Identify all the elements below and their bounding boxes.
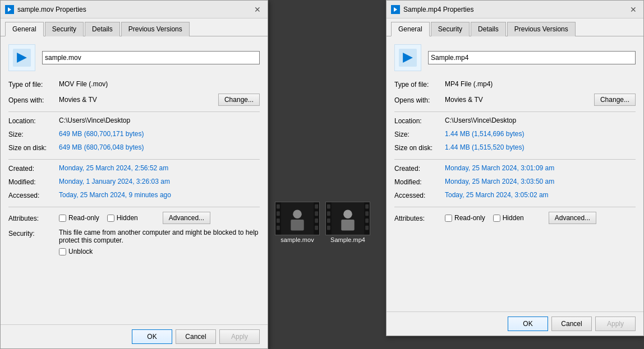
right-dates-info: Created: Monday, 25 March 2024, 3:01:09 … bbox=[394, 164, 636, 201]
left-readonly-label: Read-only bbox=[68, 214, 99, 222]
left-close-button[interactable]: ✕ bbox=[252, 4, 263, 15]
svg-rect-24 bbox=[365, 204, 369, 209]
left-modified-label: Modified: bbox=[8, 178, 59, 186]
right-title-bar-left: Sample.mp4 Properties bbox=[391, 5, 473, 14]
right-hidden-checkbox[interactable] bbox=[493, 215, 500, 222]
left-tab-general[interactable]: General bbox=[5, 22, 44, 36]
right-attrs-row: Read-only Hidden Advanced... bbox=[445, 212, 596, 224]
right-file-info: Type of file: MP4 File (.mp4) Opens with… bbox=[394, 80, 636, 106]
thumb-mov-label: sample.mov bbox=[280, 236, 314, 243]
right-readonly-checkbox-label[interactable]: Read-only bbox=[445, 214, 485, 222]
left-hidden-checkbox[interactable] bbox=[107, 215, 114, 222]
svg-rect-29 bbox=[341, 220, 354, 231]
right-created-value: Monday, 25 March 2024, 3:01:09 am bbox=[445, 164, 554, 172]
right-accessed-label: Accessed: bbox=[394, 191, 445, 199]
right-title-bar: Sample.mp4 Properties ✕ bbox=[387, 1, 643, 18]
right-tab-general[interactable]: General bbox=[391, 22, 430, 36]
svg-rect-13 bbox=[315, 218, 318, 223]
right-accessed-row: Accessed: Today, 25 March 2024, 3:05:02 … bbox=[394, 191, 636, 201]
left-opens-with-value: Movies & TV bbox=[59, 96, 214, 104]
left-dialog: sample.mov Properties ✕ General Security… bbox=[0, 0, 268, 349]
left-apply-button[interactable]: Apply bbox=[219, 329, 260, 344]
right-opens-with-value: Movies & TV bbox=[445, 96, 590, 104]
left-accessed-value: Today, 25 March 2024, 9 minutes ago bbox=[59, 191, 171, 199]
left-attrs-row: Read-only Hidden Advanced... bbox=[59, 212, 210, 224]
left-bottom-buttons: OK Cancel Apply bbox=[1, 324, 268, 348]
right-tab-security[interactable]: Security bbox=[431, 22, 470, 36]
right-advanced-button[interactable]: Advanced... bbox=[549, 212, 596, 224]
left-file-icon bbox=[8, 44, 35, 71]
left-unblock-checkbox[interactable] bbox=[59, 248, 66, 255]
svg-rect-8 bbox=[277, 211, 280, 216]
svg-rect-22 bbox=[327, 218, 330, 223]
right-size-row: Size: 1.44 MB (1,514,696 bytes) bbox=[394, 130, 636, 140]
right-file-name-input[interactable] bbox=[428, 51, 636, 64]
svg-rect-14 bbox=[315, 226, 318, 230]
right-cancel-button[interactable]: Cancel bbox=[551, 317, 592, 331]
right-modified-row: Modified: Monday, 25 March 2024, 3:03:50… bbox=[394, 178, 636, 188]
left-divider-2 bbox=[8, 159, 260, 160]
right-ok-button[interactable]: OK bbox=[508, 317, 548, 331]
svg-rect-27 bbox=[365, 226, 369, 230]
left-dialog-icon bbox=[5, 5, 14, 14]
left-tab-details[interactable]: Details bbox=[85, 22, 120, 36]
right-readonly-checkbox[interactable] bbox=[445, 215, 452, 222]
left-file-name-input[interactable] bbox=[42, 51, 260, 64]
left-size-value: 649 MB (680,700,171 bytes) bbox=[59, 130, 144, 138]
right-file-icon bbox=[394, 44, 421, 71]
thumb-sample-mov: sample.mov bbox=[275, 202, 320, 243]
right-hidden-checkbox-label[interactable]: Hidden bbox=[493, 214, 524, 222]
right-size-label: Size: bbox=[394, 130, 445, 138]
left-size-row: Size: 649 MB (680,700,171 bytes) bbox=[8, 130, 260, 140]
left-tab-previous-versions[interactable]: Previous Versions bbox=[121, 22, 190, 36]
right-file-header bbox=[394, 44, 636, 71]
right-opens-with-row: Opens with: Movies & TV Change... bbox=[394, 94, 636, 106]
right-tab-previous-versions[interactable]: Previous Versions bbox=[507, 22, 576, 36]
right-divider-3 bbox=[394, 207, 636, 207]
right-created-row: Created: Monday, 25 March 2024, 3:01:09 … bbox=[394, 164, 636, 174]
left-opens-with-label: Opens with: bbox=[8, 96, 59, 104]
right-content: Type of file: MP4 File (.mp4) Opens with… bbox=[387, 36, 643, 311]
right-location-info: Location: C:\Users\Vince\Desktop Size: 1… bbox=[394, 117, 636, 153]
left-cancel-button[interactable]: Cancel bbox=[176, 329, 216, 344]
right-close-button[interactable]: ✕ bbox=[628, 4, 639, 15]
left-modified-value: Monday, 1 January 2024, 3:26:03 am bbox=[59, 178, 170, 185]
left-size-label: Size: bbox=[8, 130, 59, 138]
left-hidden-checkbox-label[interactable]: Hidden bbox=[107, 214, 138, 222]
left-readonly-checkbox-label[interactable]: Read-only bbox=[59, 214, 99, 222]
left-modified-row: Modified: Monday, 1 January 2024, 3:26:0… bbox=[8, 178, 260, 188]
right-type-row: Type of file: MP4 File (.mp4) bbox=[394, 80, 636, 90]
svg-rect-25 bbox=[365, 211, 369, 216]
left-unblock-checkbox-label[interactable]: Unblock bbox=[59, 248, 93, 255]
right-apply-button[interactable]: Apply bbox=[595, 317, 636, 331]
thumb-sample-mp4: Sample.mp4 bbox=[325, 202, 370, 243]
left-attributes-label: Attributes: bbox=[8, 214, 59, 222]
right-accessed-value: Today, 25 March 2024, 3:05:02 am bbox=[445, 191, 549, 199]
right-dialog-icon bbox=[391, 5, 400, 14]
right-location-label: Location: bbox=[394, 117, 445, 125]
svg-rect-26 bbox=[365, 218, 369, 223]
left-ok-button[interactable]: OK bbox=[132, 329, 172, 344]
right-attributes-label: Attributes: bbox=[394, 214, 445, 222]
left-accessed-label: Accessed: bbox=[8, 191, 59, 199]
left-unblock-row: Unblock bbox=[59, 248, 260, 255]
left-type-value: MOV File (.mov) bbox=[59, 80, 108, 88]
right-divider-2 bbox=[394, 159, 636, 160]
left-change-button[interactable]: Change... bbox=[218, 94, 260, 106]
left-file-info: Type of file: MOV File (.mov) Opens with… bbox=[8, 80, 260, 106]
right-size-on-disk-row: Size on disk: 1.44 MB (1,515,520 bytes) bbox=[394, 143, 636, 153]
left-type-label: Type of file: bbox=[8, 80, 59, 89]
right-dialog-title: Sample.mp4 Properties bbox=[403, 6, 473, 13]
left-dialog-title: sample.mov Properties bbox=[17, 6, 86, 13]
left-tab-security[interactable]: Security bbox=[45, 22, 84, 36]
right-bottom-buttons: OK Cancel Apply bbox=[387, 311, 643, 336]
right-change-button[interactable]: Change... bbox=[594, 94, 636, 106]
left-readonly-checkbox[interactable] bbox=[59, 215, 66, 222]
right-type-label: Type of file: bbox=[394, 80, 445, 89]
svg-rect-7 bbox=[277, 204, 280, 209]
left-advanced-button[interactable]: Advanced... bbox=[163, 212, 210, 224]
left-security-content: This file came from another computer and… bbox=[59, 229, 260, 255]
left-content: Type of file: MOV File (.mov) Opens with… bbox=[1, 36, 268, 324]
right-size-value: 1.44 MB (1,514,696 bytes) bbox=[445, 130, 524, 138]
right-tab-details[interactable]: Details bbox=[471, 22, 506, 36]
